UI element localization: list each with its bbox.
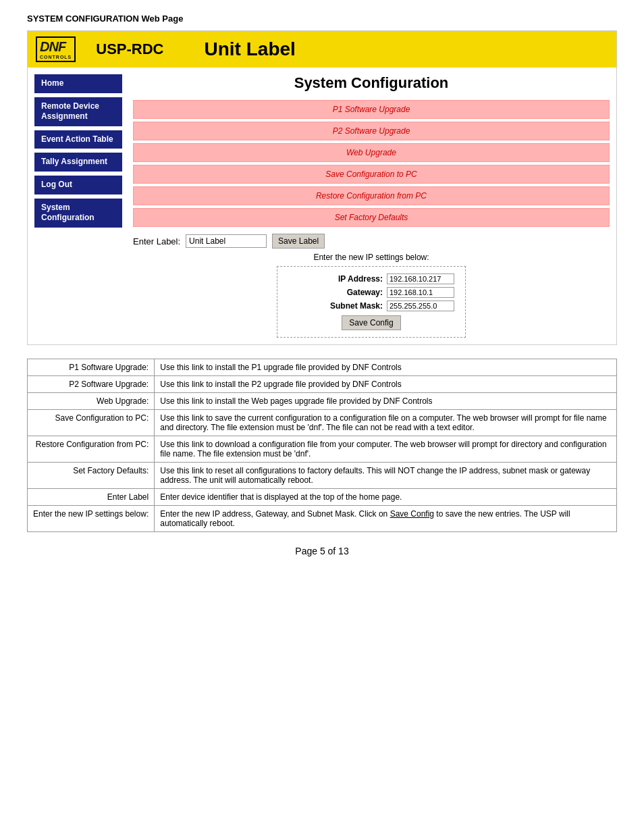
term-p2: P2 Software Upgrade:: [28, 376, 155, 393]
sidebar-item-home[interactable]: Home: [34, 74, 122, 93]
table-row: Enter the new IP settings below: Enter t…: [28, 506, 617, 532]
ip-settings-box: IP Address: Gateway: Subnet Mask: Save C…: [277, 266, 466, 338]
ip-address-row: IP Address:: [288, 273, 454, 284]
browser-frame: DNF CONTROLS USP-RDC Unit Label Home Rem…: [27, 30, 617, 345]
subnet-row: Subnet Mask:: [288, 301, 454, 311]
restore-config-btn[interactable]: Restore Configuration from PC: [133, 186, 610, 205]
gateway-label: Gateway:: [322, 288, 383, 297]
save-label-button[interactable]: Save Label: [272, 234, 325, 249]
ip-address-label: IP Address:: [322, 274, 383, 284]
desc-enter-label: Enter device identifier that is displaye…: [155, 489, 617, 506]
sidebar: Home Remote Device Assignment Event Acti…: [34, 74, 122, 338]
desc-factory: Use this link to reset all configuration…: [155, 463, 617, 489]
sidebar-item-event-action[interactable]: Event Action Table: [34, 130, 122, 149]
desc-restore: Use this link to download a configuratio…: [155, 436, 617, 463]
subnet-input[interactable]: [387, 301, 454, 311]
term-restore: Restore Configuration from PC:: [28, 436, 155, 463]
description-table: P1 Software Upgrade: Use this link to in…: [27, 359, 617, 532]
term-enter-label: Enter Label: [28, 489, 155, 506]
page-number: Page 5 of 13: [27, 546, 617, 556]
ip-address-input[interactable]: [387, 273, 454, 284]
gateway-input[interactable]: [387, 287, 454, 298]
subnet-label: Subnet Mask:: [322, 301, 383, 311]
sidebar-item-logout[interactable]: Log Out: [34, 176, 122, 194]
content-area: System Configuration P1 Software Upgrade…: [133, 74, 610, 338]
desc-save-config: Use this link to save the current config…: [155, 410, 617, 436]
ip-settings-label: Enter the new IP settings below:: [133, 253, 610, 262]
logo-controls: CONTROLS: [40, 55, 72, 59]
unit-label-input[interactable]: [186, 234, 267, 248]
dnf-logo: DNF CONTROLS: [36, 36, 76, 62]
web-upgrade-btn[interactable]: Web Upgrade: [133, 143, 610, 162]
desc-p2: Use this link to install the P2 upgrade …: [155, 376, 617, 393]
header-unit-label: Unit Label: [205, 38, 296, 60]
term-factory: Set Factory Defaults:: [28, 463, 155, 489]
sidebar-item-tally[interactable]: Tally Assignment: [34, 153, 122, 172]
table-row: Web Upgrade: Use this link to install th…: [28, 393, 617, 410]
action-buttons: P1 Software Upgrade P2 Software Upgrade …: [133, 100, 610, 227]
header-bar: DNF CONTROLS USP-RDC Unit Label: [28, 31, 616, 68]
gateway-row: Gateway:: [288, 287, 454, 298]
enter-label-text: Enter Label:: [133, 236, 180, 246]
table-row: P1 Software Upgrade: Use this link to in…: [28, 359, 617, 376]
sidebar-item-system-config[interactable]: System Configuration: [34, 199, 122, 228]
page-title: SYSTEM CONFIGURATION Web Page: [27, 14, 617, 24]
term-ip-settings: Enter the new IP settings below:: [28, 506, 155, 532]
p1-upgrade-btn[interactable]: P1 Software Upgrade: [133, 100, 610, 119]
desc-web: Use this link to install the Web pages u…: [155, 393, 617, 410]
term-p1: P1 Software Upgrade:: [28, 359, 155, 376]
main-content: Home Remote Device Assignment Event Acti…: [28, 68, 616, 344]
table-row: Enter Label Enter device identifier that…: [28, 489, 617, 506]
p2-upgrade-btn[interactable]: P2 Software Upgrade: [133, 122, 610, 140]
term-save-config: Save Configuration to PC:: [28, 410, 155, 436]
content-title: System Configuration: [133, 74, 610, 92]
header-model: USP-RDC: [96, 41, 163, 58]
term-web: Web Upgrade:: [28, 393, 155, 410]
table-row: P2 Software Upgrade: Use this link to in…: [28, 376, 617, 393]
desc-p1: Use this link to install the P1 upgrade …: [155, 359, 617, 376]
logo-text: DNF: [40, 39, 65, 54]
desc-ip-settings: Enter the new IP address, Gateway, and S…: [155, 506, 617, 532]
factory-defaults-btn[interactable]: Set Factory Defaults: [133, 208, 610, 227]
save-config-to-pc-btn[interactable]: Save Configuration to PC: [133, 165, 610, 184]
table-row: Restore Configuration from PC: Use this …: [28, 436, 617, 463]
table-row: Set Factory Defaults: Use this link to r…: [28, 463, 617, 489]
table-row: Save Configuration to PC: Use this link …: [28, 410, 617, 436]
label-row: Enter Label: Save Label: [133, 234, 610, 249]
sidebar-item-remote-device[interactable]: Remote Device Assignment: [34, 97, 122, 126]
save-config-button[interactable]: Save Config: [342, 315, 400, 330]
